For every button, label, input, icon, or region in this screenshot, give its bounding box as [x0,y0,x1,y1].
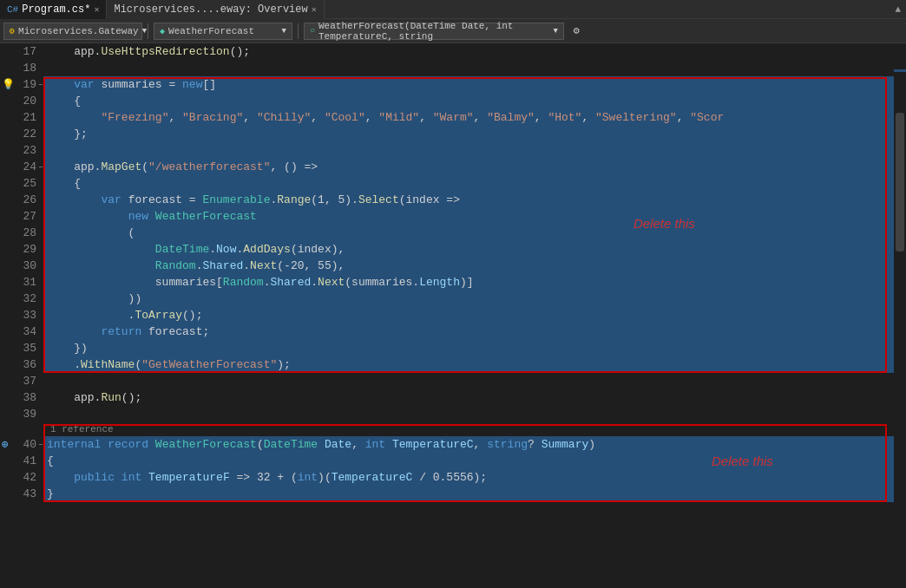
code-line-18: 18 [0,60,894,76]
token-plain [47,243,155,256]
line-text-31[interactable]: summaries[Random.Shared.Next(summaries.L… [43,274,894,291]
token-plain: , [677,111,691,124]
token-plain: , [535,111,548,124]
token-kw: new [128,210,148,223]
title-expand-btn[interactable]: ▲ [890,4,906,15]
token-plain: . [209,243,216,256]
token-plain: app. [47,160,101,173]
line-text-35[interactable]: }) [43,340,894,356]
line-text-18[interactable] [43,60,894,76]
code-line-31: 31 summaries[Random.Shared.Next(summarie… [0,274,894,291]
line-text-34[interactable]: return forecast; [43,323,894,340]
code-line-40: ⊕–40internal record WeatherForecast(Date… [0,436,894,453]
line-number-37: 37 [23,375,36,388]
token-plain: (); [182,309,202,322]
line-text-39[interactable] [43,406,894,422]
token-plain: app. [47,45,101,58]
code-line-25: 25 { [0,175,894,192]
token-prop: TemperatureC [332,471,413,484]
line-text-17[interactable]: app.UseHttpsRedirection(); [43,43,894,60]
expand-icon-40[interactable]: ⊕ [2,438,8,451]
line-text-27[interactable]: new WeatherForecast [43,208,894,225]
token-kw: string [487,438,528,451]
token-plain [385,438,392,451]
lightbulb-indicator-19[interactable]: 💡 [2,78,15,91]
code-line-38: 38 app.Run(); [0,389,894,406]
line-text-40[interactable]: internal record WeatherForecast(DateTime… [43,436,894,453]
line-text-23[interactable] [43,142,894,159]
line-gutter-38: 38 [0,391,43,404]
settings-button[interactable]: ⚙ [568,23,585,40]
token-plain: (index), [291,243,345,256]
line-text-26[interactable]: var forecast = Enumerable.Range(1, 5).Se… [43,192,894,208]
line-text-22[interactable]: }; [43,126,894,142]
token-plain: , [581,111,595,124]
line-text-37[interactable] [43,373,894,389]
line-gutter-37: 37 [0,375,43,388]
line-text-28[interactable]: ( [43,225,894,241]
symbol-dropdown[interactable]: ○ WeatherForecast(DateTime Date, int Tem… [304,23,564,40]
line-text-19[interactable]: var summaries = new[] [43,76,894,93]
token-method: Select [358,193,399,206]
fold-icon-40[interactable]: – [38,440,43,449]
line-gutter-30: 30 [0,259,43,272]
scrollbar-track[interactable] [894,43,906,588]
token-plain: (summaries. [345,276,419,289]
line-gutter-39: 39 [0,408,43,421]
tab-program-cs[interactable]: C# Program.cs* ✕ [0,0,107,19]
code-editor: 17 app.UseHttpsRedirection();18💡–19 var … [0,43,906,588]
line-text-21[interactable]: "Freezing", "Bracing", "Chilly", "Cool",… [43,109,894,126]
line-text-32[interactable]: )) [43,291,894,307]
line-text-43[interactable]: } [43,486,894,502]
line-text-38[interactable]: app.Run(); [43,389,894,406]
token-kw: record [108,438,148,451]
token-plain: { [47,454,54,467]
token-method: UseHttpsRedirection [101,45,229,58]
line-text-30[interactable]: Random.Shared.Next(-20, 55), [43,258,894,274]
line-number-17: 17 [23,45,36,58]
tab-close-program[interactable]: ✕ [94,4,99,15]
line-number-20: 20 [23,95,36,108]
file-dropdown[interactable]: ◆ WeatherForecast ▼ [154,23,292,40]
line-text-41[interactable]: { [43,453,894,469]
lines-container: 17 app.UseHttpsRedirection();18💡–19 var … [0,43,894,588]
line-text-24[interactable]: app.MapGet("/weatherforecast", () => [43,159,894,175]
line-gutter-40: ⊕–40 [0,438,43,451]
line-number-31: 31 [23,276,36,289]
token-type: DateTime [264,438,318,451]
token-plain: (index => [399,193,460,206]
code-line-28: 28 ( [0,225,894,241]
fold-icon-24[interactable]: – [38,162,43,172]
line-gutter-33: 33 [0,309,43,322]
line-text-20[interactable]: { [43,93,894,109]
token-plain: (-20, 55), [277,259,345,272]
line-number-34: 34 [23,325,36,338]
line-text-29[interactable]: DateTime.Now.AddDays(index), [43,241,894,258]
line-text-42[interactable]: public int TemperatureF => 32 + (int)(Te… [43,469,894,486]
token-str: "Cool" [325,111,365,124]
code-line-30: 30 Random.Shared.Next(-20, 55), [0,258,894,274]
token-kw: int [121,471,141,484]
line-gutter-41: 41 [0,454,43,467]
token-plain: )] [460,276,474,289]
line-text-25[interactable]: { [43,175,894,192]
token-str: "Warm" [433,111,474,124]
token-plain: forecast; [141,325,209,338]
project-dropdown[interactable]: ⚙ Microservices.Gateway ▼ [3,23,142,40]
file-dropdown-label: WeatherForecast [168,26,254,36]
tab-microservices[interactable]: Microservices....eway: Overview ✕ [107,0,324,19]
file-dropdown-arrow: ▼ [282,27,286,36]
line-text-33[interactable]: .ToArray(); [43,307,894,323]
line-gutter-32: 32 [0,292,43,305]
line-gutter-17: 17 [0,45,43,58]
token-plain: , [365,111,379,124]
line-gutter-21: 21 [0,111,43,124]
token-str: "Freezing" [101,111,168,124]
tab-close-microservices[interactable]: ✕ [312,4,317,15]
scrollbar-thumb[interactable] [896,113,904,252]
line-text-36[interactable]: .WithName("GetWeatherForecast"); [43,356,894,373]
tab-label-program: Program.cs* [22,3,90,16]
fold-icon-19[interactable]: – [38,80,43,89]
token-plain: { [47,177,81,190]
token-str: "Mild" [378,111,419,124]
